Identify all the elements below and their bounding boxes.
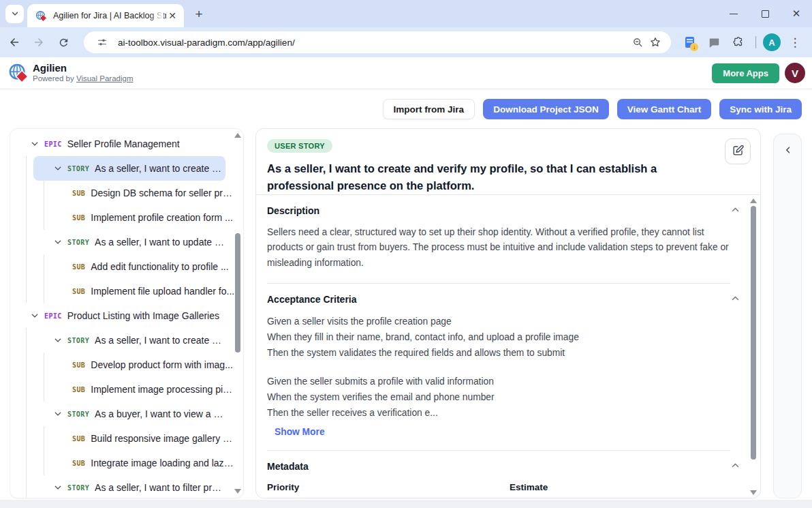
chevron-left-icon [784, 145, 792, 157]
metadata-section: Metadata Priority High Estimate 8 Timeli… [267, 451, 730, 498]
scroll-down-icon[interactable] [234, 489, 241, 494]
tree-item-story[interactable]: STORY As a seller, I want to create a pr… [33, 328, 225, 353]
back-button[interactable] [4, 32, 25, 53]
url-text: ai-toolbox.visual-paradigm.com/app/agili… [118, 38, 629, 48]
window-close-button[interactable]: ✕ [781, 0, 812, 27]
tree-item-subtask[interactable]: SUB Implement profile creation form ... [44, 205, 235, 230]
tree-item-story[interactable]: STORY As a seller, I want to filter prod… [33, 475, 225, 498]
site-settings-icon[interactable] [93, 33, 111, 51]
collapse-section-icon[interactable] [731, 294, 740, 303]
sub-tag: SUB [72, 386, 85, 393]
scroll-down-icon[interactable] [750, 490, 757, 495]
epic-tag: EPIC [44, 312, 62, 320]
new-tab-button[interactable]: + [191, 6, 207, 23]
estimate-value: 8 [510, 497, 730, 498]
tree-item-label: Product Listing with Image Galleries [67, 310, 219, 321]
chevron-down-icon[interactable] [54, 410, 62, 418]
chevron-down-icon[interactable] [54, 164, 62, 173]
visual-paradigm-link[interactable]: Visual Paradigm [76, 74, 134, 83]
url-bar[interactable]: ai-toolbox.visual-paradigm.com/app/agili… [84, 31, 671, 53]
story-tag: STORY [67, 239, 89, 246]
tree-scrollbar[interactable] [234, 133, 242, 494]
more-apps-button[interactable]: More Apps [712, 63, 779, 83]
site-favicon-icon [35, 10, 47, 22]
browser-tabstrip: Agilien for Jira | AI Backlog Stru ✕ + ✕ [0, 0, 812, 27]
sub-tag: SUB [72, 361, 85, 369]
tree-item-label: Integrate image loading and lazy... [91, 458, 235, 468]
extension-download-icon[interactable]: ↓ [679, 32, 700, 53]
close-icon: ✕ [792, 8, 801, 20]
tree-item-epic[interactable]: EPIC Product Listing with Image Gallerie… [10, 303, 235, 328]
backlog-tree-panel: EPIC Seller Profile Management STORY As … [10, 128, 244, 498]
window-minimize-button[interactable] [718, 0, 749, 27]
tree-item-label: Design DB schema for seller pro... [91, 188, 235, 198]
scroll-up-icon[interactable] [750, 198, 757, 203]
sub-tag: SUB [72, 435, 85, 443]
tree-item-subtask[interactable]: SUB Build responsive image gallery co... [44, 426, 235, 451]
estimate-label: Estimate [510, 482, 730, 492]
chevron-down-icon[interactable] [31, 140, 39, 148]
tree-item-subtask[interactable]: SUB Develop product form with imag... [44, 353, 235, 377]
tree-item-label: As a seller, I want to create and ... [95, 163, 225, 174]
expand-panel-button[interactable] [774, 144, 802, 158]
scrollbar-thumb[interactable] [235, 233, 240, 353]
account-avatar[interactable]: V [785, 63, 805, 83]
tree-item-story[interactable]: STORY As a seller, I want to update my..… [33, 230, 225, 254]
edit-story-button[interactable] [725, 138, 751, 164]
browser-toolbar: ai-toolbox.visual-paradigm.com/app/agili… [0, 27, 812, 57]
chevron-down-icon[interactable] [54, 336, 62, 344]
download-project-json-button[interactable]: Download Project JSON [483, 99, 609, 119]
sub-tag: SUB [72, 288, 85, 295]
chat-bubble-icon[interactable] [704, 32, 724, 53]
tree-item-story[interactable]: STORY As a buyer, I want to view a pro..… [33, 402, 225, 426]
sub-tag: SUB [72, 263, 85, 271]
description-section: Description Sellers need a clear, struct… [267, 195, 730, 284]
detail-scrollbar[interactable] [749, 198, 758, 495]
epic-tag: EPIC [44, 140, 62, 148]
reload-button[interactable] [53, 32, 74, 53]
forward-button[interactable] [29, 32, 49, 53]
view-gantt-chart-button[interactable]: View Gantt Chart [617, 99, 712, 119]
maximize-icon [762, 10, 769, 18]
tree-item-subtask[interactable]: SUB Implement file upload handler fo... [44, 279, 235, 303]
tree-item-subtask[interactable]: SUB Implement image processing pip... [44, 377, 235, 402]
chevron-down-icon[interactable] [31, 312, 39, 320]
story-header: USER STORY As a seller, I want to create… [256, 129, 760, 195]
zoom-out-icon[interactable] [629, 33, 646, 51]
acceptance-criteria-heading: Acceptance Criteria [267, 294, 357, 305]
tree-item-label: As a seller, I want to update my... [95, 237, 225, 248]
criteria-line: Given the seller submits a profile with … [267, 374, 730, 389]
chevron-down-icon[interactable] [54, 483, 62, 492]
page-background-strip [0, 500, 812, 508]
browser-profile-avatar[interactable]: A [763, 33, 781, 51]
window-maximize-button[interactable] [749, 0, 781, 27]
story-tag: STORY [67, 410, 89, 418]
scroll-up-icon[interactable] [234, 133, 241, 138]
extensions-puzzle-icon[interactable] [728, 32, 749, 53]
collapse-section-icon[interactable] [731, 205, 740, 214]
sync-with-jira-button[interactable]: Sync with Jira [719, 99, 802, 119]
show-more-link[interactable]: Show More [275, 427, 325, 437]
story-detail-panel: USER STORY As a seller, I want to create… [255, 128, 761, 498]
tree-item-story-selected[interactable]: STORY As a seller, I want to create and … [33, 156, 225, 181]
chevron-down-icon[interactable] [54, 238, 62, 246]
tree-item-label: As a seller, I want to create a pr... [95, 335, 225, 346]
browser-tab[interactable]: Agilien for Jira | AI Backlog Stru ✕ [27, 4, 184, 27]
tree-item-label: Implement file upload handler fo... [91, 286, 234, 297]
bookmark-star-icon[interactable] [646, 33, 664, 51]
criteria-line: Given a seller visits the profile creati… [267, 314, 730, 329]
powered-by: Powered by Visual Paradigm [33, 74, 133, 83]
tab-close-icon[interactable]: ✕ [166, 10, 178, 22]
browser-menu-icon[interactable]: ⋮ [785, 32, 805, 53]
tree-item-subtask[interactable]: SUB Design DB schema for seller pro... [44, 181, 235, 205]
collapse-section-icon[interactable] [731, 461, 740, 470]
tree-item-subtask[interactable]: SUB Add edit functionality to profile ..… [44, 254, 235, 279]
tree-item-label: Add edit functionality to profile ... [91, 261, 228, 272]
edit-pencil-icon [732, 144, 745, 159]
import-from-jira-button[interactable]: Import from Jira [383, 99, 475, 119]
tree-item-epic[interactable]: EPIC Seller Profile Management [10, 132, 235, 156]
scrollbar-thumb[interactable] [751, 206, 756, 460]
tree-item-subtask[interactable]: SUB Integrate image loading and lazy... [44, 451, 235, 475]
tab-search-button[interactable] [5, 5, 24, 23]
story-tag: STORY [67, 165, 89, 173]
